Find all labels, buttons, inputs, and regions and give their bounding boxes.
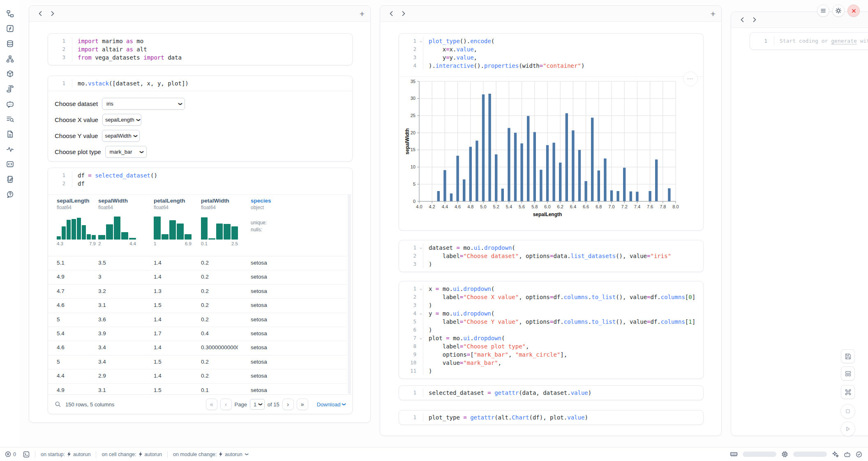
table-cell: 4.7 (57, 288, 96, 294)
table-cell: 4.4 (57, 373, 96, 379)
code-line: 2 label="Choose X value", options=df.col… (399, 293, 703, 301)
chat-bot-icon[interactable] (5, 99, 14, 108)
on-startup-setting[interactable]: on startup: autorun (41, 452, 90, 457)
table-scrollbar[interactable] (348, 194, 351, 394)
dependency-graph-icon[interactable] (5, 54, 14, 63)
column-header-sepalWidth[interactable]: sepalWidthfloat6424.4 (98, 198, 136, 246)
cell-selected-dataset[interactable]: 1selected_dataset = getattr(data, datase… (399, 385, 704, 400)
add-column-button[interactable]: + (360, 9, 365, 18)
fold-toggle-icon[interactable]: ⌄ (420, 309, 422, 317)
column-collapse-left-icon[interactable] (736, 14, 748, 26)
terminal-button[interactable] (23, 451, 30, 458)
stop-kernel-button[interactable] (840, 404, 855, 419)
dataset-select[interactable]: iris❯ (102, 98, 185, 110)
x-value-select[interactable]: sepalLength❯ (102, 114, 141, 126)
fold-toggle-icon[interactable]: ⌄ (420, 243, 422, 251)
code-editor[interactable]: 1⌄dataset = mo.ui.dropdown(2 label="Choo… (399, 240, 703, 272)
table-cell: 1.4 (154, 316, 192, 323)
column-header-species[interactable]: speciesobjectunique:nulls: (251, 198, 343, 233)
help-icon[interactable] (5, 190, 14, 199)
fold-toggle-icon[interactable]: ⌄ (420, 37, 422, 45)
chatbot-button[interactable] (844, 451, 851, 458)
code-editor[interactable]: 1import marimo as mo2import altair as al… (48, 34, 352, 65)
code-editor[interactable]: 1⌄plot_type().encode(2 x=x.value,3 y=y.v… (399, 34, 703, 73)
code-line: 5 label="Choose Y value", options=df.col… (399, 318, 703, 326)
document-icon[interactable] (5, 129, 14, 138)
code-editor[interactable]: 1mo.vstack([dataset, x, y, plot]) (48, 76, 352, 91)
generate-with-ai-link[interactable]: generate (831, 38, 857, 44)
activity-icon[interactable] (5, 145, 14, 154)
cell-imports[interactable]: 1import marimo as mo2import altair as al… (48, 33, 353, 65)
cell-plot-type[interactable]: 1plot_type = getattr(alt.Chart(df), plot… (399, 410, 704, 425)
table-row: 4.73.21.30.2setosa (48, 284, 346, 298)
editor-placeholder[interactable]: Start coding or generate with AI (774, 37, 868, 46)
layout-button[interactable] (841, 366, 855, 380)
column-collapse-right-icon[interactable] (748, 14, 761, 26)
column-header-petalLength[interactable]: petalLengthfloat6416.9 (154, 198, 192, 246)
add-column-button[interactable]: + (711, 9, 716, 18)
column-header-sepalLength[interactable]: sepalLengthfloat644.37.9 (57, 198, 96, 246)
database-icon[interactable] (5, 39, 14, 48)
cpu-usage-bar (793, 452, 827, 457)
file-tree-icon[interactable] (5, 9, 14, 18)
altair-bar-chart[interactable]: 4.04.24.44.64.85.05.25.45.65.86.06.26.46… (403, 78, 699, 222)
connection-status-icon[interactable] (856, 451, 862, 458)
code-line: 1⌄plot_type().encode( (399, 37, 703, 45)
cell-xy-plot-dropdowns[interactable]: 1⌄x = mo.ui.dropdown(2 label="Choose X v… (399, 281, 704, 379)
menu-button[interactable] (817, 5, 829, 17)
close-button[interactable] (847, 5, 860, 17)
search-icon[interactable] (55, 401, 61, 408)
on-cell-change-setting[interactable]: on cell change: autorun (102, 452, 162, 457)
function-icon[interactable] (5, 24, 14, 33)
svg-text:6.6: 6.6 (583, 204, 589, 209)
errors-indicator[interactable]: 0 (5, 451, 16, 457)
fold-toggle-icon[interactable]: ⌄ (420, 284, 422, 293)
plot-type-select[interactable]: mark_bar❯ (105, 146, 147, 158)
code-editor[interactable]: 1selected_dataset = getattr(data, datase… (399, 386, 703, 400)
logs-icon[interactable] (5, 84, 14, 93)
y-value-select[interactable]: sepalWidth❯ (102, 130, 140, 142)
table-cell: 3.9 (98, 330, 136, 337)
table-row: 53.61.40.2setosa (48, 313, 346, 327)
settings-button[interactable] (832, 5, 845, 17)
chart-actions-button[interactable]: ••• (683, 71, 698, 86)
ai-sparkles-button[interactable] (832, 451, 839, 458)
first-page-button[interactable]: « (206, 399, 217, 410)
column-collapse-right-icon[interactable] (397, 7, 410, 20)
code-editor[interactable]: 1df = selected_dataset()2df (48, 168, 352, 191)
save-button[interactable] (841, 349, 855, 363)
cell-vstack[interactable]: 1mo.vstack([dataset, x, y, plot]) Choose… (48, 76, 353, 161)
table-row: 4.93.11.50.1setosa (48, 383, 346, 395)
cell-dataset-dropdown[interactable]: 1⌄dataset = mo.ui.dropdown(2 label="Choo… (399, 240, 704, 272)
table-cell: 5 (57, 316, 96, 323)
svg-text:4.0: 4.0 (416, 204, 422, 209)
line-number: 2 (399, 252, 423, 260)
run-all-button[interactable] (840, 422, 855, 436)
code-editor[interactable]: 1plot_type = getattr(alt.Chart(df), plot… (399, 410, 703, 424)
column-collapse-right-icon[interactable] (46, 7, 59, 20)
snippets-icon[interactable] (5, 159, 14, 168)
on-module-change-setting[interactable]: on module change: autorun ❯ (173, 452, 248, 457)
code-editor[interactable]: 1⌄x = mo.ui.dropdown(2 label="Choose X v… (399, 281, 703, 378)
package-icon[interactable] (5, 69, 14, 78)
download-button[interactable]: Download❯ (317, 401, 346, 408)
code-line: 10 value="mark_bar", (399, 359, 703, 367)
scratchpad-icon[interactable] (5, 175, 14, 184)
cell-chart[interactable]: 1⌄plot_type().encode(2 x=x.value,3 y=y.v… (399, 33, 704, 230)
keyboard-shortcuts-button[interactable] (841, 385, 855, 399)
column-collapse-left-icon[interactable] (34, 7, 46, 20)
cell-dataframe[interactable]: 1df = selected_dataset()2df sepalLengthf… (48, 168, 353, 414)
prev-page-button[interactable]: ‹ (220, 399, 232, 410)
next-page-button[interactable]: › (282, 399, 294, 410)
page-select[interactable]: 1❯ (250, 399, 265, 410)
search-logs-icon[interactable] (5, 114, 14, 123)
column-collapse-left-icon[interactable] (385, 7, 397, 20)
chevron-down-icon: ❯ (178, 102, 182, 106)
column-header-petalWidth[interactable]: petalWidthfloat640.12.5 (201, 198, 238, 246)
fold-toggle-icon[interactable]: ⌄ (420, 334, 422, 342)
last-page-button[interactable]: » (297, 399, 308, 410)
code-line: 1plot_type = getattr(alt.Chart(df), plot… (399, 413, 703, 422)
choose-plot-type-row: Choose plot type mark_bar❯ (55, 146, 352, 158)
cell-empty-new[interactable]: 1 Start coding or generate with AI (750, 32, 868, 50)
line-number: 10 (399, 359, 423, 367)
